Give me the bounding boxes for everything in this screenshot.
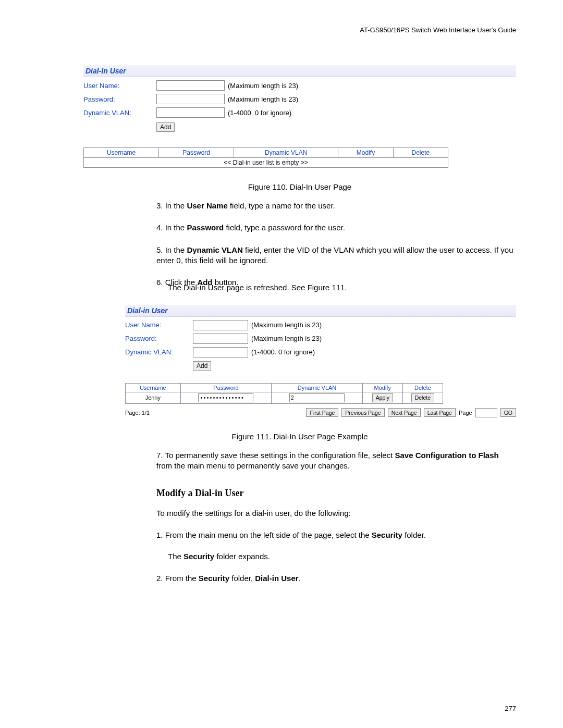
vlan-hint: (1-4000. 0 for ignore) [228, 109, 291, 117]
col-vlan: Dynamic VLAN [234, 148, 338, 158]
user-table-empty: Username Password Dynamic VLAN Modify De… [83, 147, 448, 168]
password-row: Password: (Maximum length is 23) [83, 94, 516, 104]
panel-title-2: Dial-in User [125, 305, 516, 317]
modify-intro: To modify the settings for a dial-in use… [156, 508, 516, 519]
add-button-2[interactable]: Add [193, 361, 211, 371]
col-password-2: Password [180, 383, 272, 392]
step-4: 4. In the Password field, type a passwor… [156, 223, 516, 233]
password-row-2: Password: (Maximum length is 23) [125, 334, 516, 344]
col-password: Password [159, 148, 234, 158]
cell-delete: Delete [402, 392, 443, 403]
password-input[interactable] [156, 94, 225, 104]
vlan-input[interactable] [156, 107, 225, 118]
figure-111-caption: Figure 111. Dial-In User Page Example [83, 432, 516, 441]
password-label-2: Password: [125, 335, 193, 342]
first-page-button[interactable]: First Page [306, 408, 338, 417]
username-input-2[interactable] [193, 320, 248, 330]
col-delete-2: Delete [402, 383, 443, 392]
section-heading: Modify a Dial-in User [156, 488, 516, 499]
row-vlan-input[interactable] [289, 393, 345, 402]
password-hint-2: (Maximum length is 23) [251, 335, 322, 342]
vlan-input-2[interactable] [193, 347, 248, 357]
modify-step-1: 1. From the main menu on the left side o… [156, 530, 516, 540]
doc-header: AT-GS950/16PS Switch Web Interface User'… [83, 26, 516, 34]
password-hint: (Maximum length is 23) [228, 95, 298, 103]
modify-step-1-cont: The Security folder expands. [168, 551, 516, 562]
figure-110: Dial-In User User Name: (Maximum length … [83, 65, 516, 168]
cell-username: Jenny [126, 392, 181, 403]
apply-button[interactable]: Apply [372, 393, 393, 402]
username-label: User Name: [83, 82, 156, 90]
username-row: User Name: (Maximum length is 23) [83, 80, 516, 91]
page-indicator: Page: 1/1 [125, 410, 150, 416]
figure-110-caption: Figure 110. Dial-In User Page [83, 182, 516, 191]
cell-vlan [272, 392, 363, 403]
col-username: Username [84, 148, 159, 158]
row-password-input[interactable] [198, 393, 253, 402]
cell-modify: Apply [362, 392, 402, 403]
username-row-2: User Name: (Maximum length is 23) [125, 320, 516, 330]
pager: Page: 1/1 First Page Previous Page Next … [125, 408, 516, 417]
delete-button[interactable]: Delete [411, 393, 434, 402]
vlan-hint-2: (1-4000. 0 for ignore) [251, 348, 315, 356]
step-7: 7. To permanently save these settings in… [156, 450, 516, 472]
previous-page-button[interactable]: Previous Page [341, 408, 384, 417]
modify-step-2: 2. From the Security folder, Dial-in Use… [156, 573, 516, 584]
vlan-row: Dynamic VLAN: (1-4000. 0 for ignore) [83, 107, 516, 118]
col-username-2: Username [126, 383, 181, 392]
username-label-2: User Name: [125, 321, 193, 329]
col-delete: Delete [393, 148, 448, 158]
col-modify: Modify [338, 148, 393, 158]
col-vlan-2: Dynamic VLAN [272, 383, 363, 392]
page-number-input[interactable] [475, 408, 497, 417]
add-button[interactable]: Add [156, 122, 175, 132]
step-5: 5. In the Dynamic VLAN field, enter the … [156, 245, 516, 266]
last-page-button[interactable]: Last Page [424, 408, 456, 417]
go-button[interactable]: GO [500, 408, 516, 417]
col-modify-2: Modify [362, 383, 402, 392]
step-6-cont: The Dial-in User page is refreshed. See … [168, 282, 516, 293]
vlan-row-2: Dynamic VLAN: (1-4000. 0 for ignore) [125, 347, 516, 357]
username-hint: (Maximum length is 23) [228, 82, 298, 90]
user-table-populated: Username Password Dynamic VLAN Modify De… [125, 383, 443, 404]
empty-msg: << Dial-in user list is empty >> [84, 158, 448, 168]
table-row: Jenny Apply Delete [126, 392, 443, 403]
panel-title: Dial-In User [83, 65, 516, 77]
page-word: Page [459, 410, 472, 416]
step-3: 3. In the User Name field, type a name f… [156, 201, 516, 211]
next-page-button[interactable]: Next Page [388, 408, 421, 417]
figure-111: Dial-in User User Name: (Maximum length … [125, 305, 516, 417]
username-hint-2: (Maximum length is 23) [251, 321, 322, 329]
vlan-label-2: Dynamic VLAN: [125, 348, 193, 356]
username-input[interactable] [156, 80, 225, 91]
password-label: Password: [83, 95, 156, 103]
password-input-2[interactable] [193, 334, 248, 344]
vlan-label: Dynamic VLAN: [83, 109, 156, 117]
cell-password [180, 392, 272, 403]
